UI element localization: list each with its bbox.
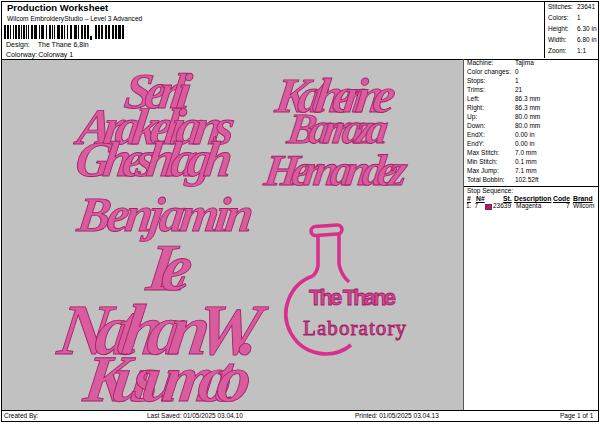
svg-text:The Thane: The Thane <box>309 285 396 310</box>
svg-text:Hernandez: Hernandez <box>261 146 412 195</box>
svg-text:Laboratory: Laboratory <box>303 316 407 340</box>
svg-text:Barraza: Barraza <box>284 104 392 152</box>
svg-text:Kusumoto: Kusumoto <box>79 342 256 410</box>
svg-text:Gheshlagh: Gheshlagh <box>72 131 236 187</box>
